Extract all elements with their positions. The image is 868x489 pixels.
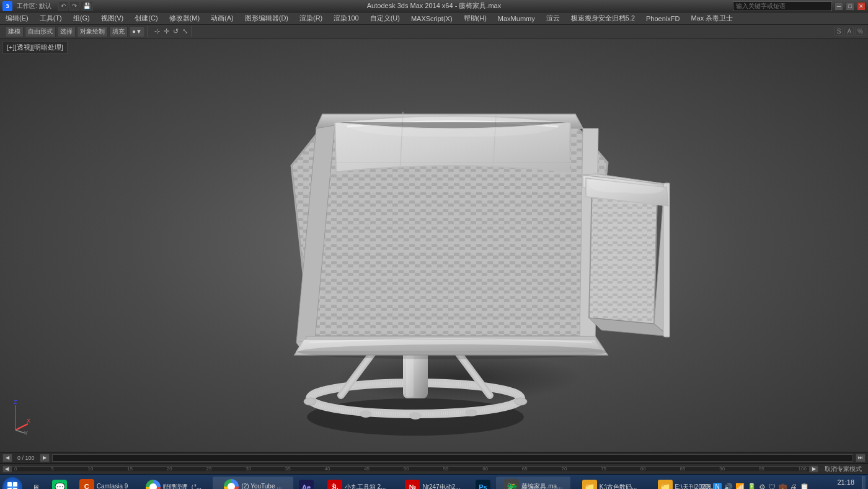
scale-tick-70: 70	[562, 466, 567, 472]
timeline-next-button[interactable]: ▶	[40, 454, 50, 462]
show-desktop-button[interactable]: 🖥	[24, 477, 46, 490]
snap-icon[interactable]: S	[835, 27, 844, 36]
camtasia-label: Camtasia 9	[97, 483, 128, 489]
menu-animation[interactable]: 动画(A)	[208, 12, 237, 24]
scale-end-button[interactable]: ▶	[810, 465, 818, 473]
move-tool[interactable]: ✛	[162, 26, 170, 37]
scale-tick-65: 65	[522, 466, 528, 472]
title-maximize-button[interactable]: □	[846, 2, 854, 11]
mode-dropdown[interactable]: ●▼	[129, 26, 145, 37]
scale-tick-30: 30	[246, 466, 251, 472]
menu-render100[interactable]: 渲染100	[330, 12, 361, 24]
mode-freeform[interactable]: 自由形式	[25, 26, 56, 37]
show-desktop-right[interactable]	[862, 476, 866, 490]
mode-object-paint[interactable]: 对象绘制	[77, 26, 108, 37]
viewport-container[interactable]: [+][透视][明暗处理]	[0, 38, 868, 452]
tray-icon-9[interactable]: 📋	[799, 482, 810, 490]
menu-antivirus[interactable]: Max 杀毒卫士	[688, 12, 736, 24]
mode-modeling[interactable]: 建模	[5, 26, 24, 37]
menu-modifier[interactable]: 修改器(M)	[166, 12, 203, 24]
title-bar-left: 3 工作区: 默认 ↶ ↷ 💾	[2, 1, 93, 11]
camtasia-app[interactable]: C Camtasia 9	[73, 477, 135, 490]
folder1-label: K:\古色数码...	[600, 483, 637, 490]
menu-graph-editor[interactable]: 图形编辑器(D)	[242, 12, 291, 24]
toolbar-icon-2[interactable]: ↷	[69, 1, 79, 11]
title-close-button[interactable]: ✕	[857, 2, 866, 11]
menu-cloud[interactable]: 渲云	[543, 12, 563, 24]
scale-tool[interactable]: ⤡	[181, 26, 189, 37]
nr247-app[interactable]: № Nr247电动2...	[396, 477, 470, 490]
toolbar-icon-1[interactable]: ↶	[58, 1, 68, 11]
menu-group[interactable]: 组(G)	[70, 12, 93, 24]
tray-icon-4[interactable]: 🔋	[746, 482, 757, 490]
percent-snap-icon[interactable]: %	[855, 27, 866, 36]
clock[interactable]: 21:18 2021-02-27	[815, 478, 859, 489]
title-bar-title: Autodesk 3ds Max 2014 x64 - 藤椅家具.max	[367, 1, 501, 11]
snapping-tools: S A %	[835, 27, 866, 36]
small-tools-app[interactable]: 丸 小丸工具箱 2...	[319, 477, 394, 490]
tray-icon-6[interactable]: 🛡	[768, 482, 776, 490]
bilibili-label: 哔哩哔哩（*...	[163, 483, 202, 490]
scale-start-button[interactable]: ◀	[2, 465, 11, 473]
scale-tick-85: 85	[680, 466, 686, 472]
title-minimize-button[interactable]: ─	[835, 2, 843, 11]
tray-icon-5[interactable]: ⚙	[758, 482, 766, 490]
angle-snap-icon[interactable]: A	[844, 27, 854, 36]
tray-keyboard-icon[interactable]: ⌨	[700, 482, 712, 490]
chrome-bilibili-app[interactable]: 哔哩哔哩（*...	[136, 477, 211, 490]
scale-tick-40: 40	[324, 466, 330, 472]
svg-point-19	[465, 409, 477, 416]
tray-icon-1[interactable]: N	[713, 483, 721, 489]
timeline-end-button[interactable]: ⏭	[856, 454, 866, 462]
date-display: 2021-02-27	[820, 487, 854, 490]
start-button[interactable]	[2, 477, 22, 490]
scale-tick-50: 50	[404, 466, 409, 472]
scale-tick-10: 10	[87, 466, 93, 472]
mode-select[interactable]: 选择	[57, 26, 76, 37]
viewport-3d[interactable]: [+][透视][明暗处理]	[0, 38, 868, 452]
scale-bar: ◀ 0 5 10 15 20 25 30 35 40 45 50 55 60 6…	[0, 463, 868, 474]
menu-edit[interactable]: 编辑(E)	[2, 12, 32, 24]
tray-icon-7[interactable]: 💼	[777, 482, 788, 490]
search-input[interactable]	[733, 1, 832, 11]
svg-point-18	[360, 410, 372, 418]
ae-app[interactable]: Ae	[295, 477, 317, 490]
3dsmax-app[interactable]: 🐲 藤编家具.ma...	[496, 477, 570, 490]
viewport-label[interactable]: [+][透视][明暗处理]	[2, 41, 68, 54]
menu-view[interactable]: 视图(V)	[98, 12, 127, 24]
tray-icon-3[interactable]: 📶	[735, 482, 745, 490]
tray-icons: ⌨ N 🔊 📶 🔋 ⚙ 🛡 💼 🖨 📋	[698, 482, 812, 490]
cancel-expert-mode[interactable]: 取消专家模式	[821, 465, 866, 473]
wechat-app[interactable]: 💬	[48, 477, 71, 490]
tray-icon-8[interactable]: 🖨	[789, 482, 798, 490]
menu-phoenixfd[interactable]: PhoenixFD	[643, 14, 683, 24]
menu-maxscript[interactable]: MAXScript(X)	[408, 14, 456, 24]
svg-text:Z: Z	[14, 399, 17, 405]
toolbar-icon-3[interactable]: 💾	[81, 1, 93, 11]
chrome-youtube-app[interactable]: (2) YouTube ...	[213, 477, 293, 490]
scale-tick-90: 90	[719, 466, 725, 472]
rotate-tool[interactable]: ↺	[172, 26, 180, 37]
folder1-app[interactable]: 📁 K:\古色数码...	[572, 477, 647, 490]
menu-custom[interactable]: 自定义(U)	[367, 12, 403, 24]
coordinate-indicator: Z X Y	[9, 399, 28, 436]
timeline-track[interactable]	[52, 454, 853, 462]
main-toolbar: 建模 自由形式 选择 对象绘制 填充 ●▼ ⊹ ✛ ↺ ⤡ S A %	[0, 25, 868, 38]
timeline-prev-button[interactable]: ◀	[2, 454, 12, 462]
menu-help[interactable]: 帮助(H)	[461, 12, 490, 24]
menu-maxmummy[interactable]: MaxMummy	[495, 14, 538, 24]
mode-fill[interactable]: 填充	[109, 26, 128, 37]
menu-create[interactable]: 创建(C)	[131, 12, 161, 24]
ps-app[interactable]: Ps	[472, 477, 494, 490]
select-tool[interactable]: ⊹	[153, 26, 161, 37]
svg-point-20	[409, 412, 422, 419]
menu-slim[interactable]: 极速瘦身安全归档5.2	[568, 12, 638, 24]
app-logo: 3	[2, 1, 12, 11]
tray-icon-2[interactable]: 🔊	[723, 482, 733, 490]
menu-bar: 编辑(E) 工具(T) 组(G) 视图(V) 创建(C) 修改器(M) 动画(A…	[0, 12, 868, 25]
menu-tools[interactable]: 工具(T)	[37, 12, 65, 24]
menu-render[interactable]: 渲染(R)	[296, 12, 326, 24]
small-tools-label: 小丸工具箱 2...	[345, 483, 386, 490]
scale-tick-15: 15	[127, 466, 133, 472]
svg-line-45	[16, 424, 28, 430]
